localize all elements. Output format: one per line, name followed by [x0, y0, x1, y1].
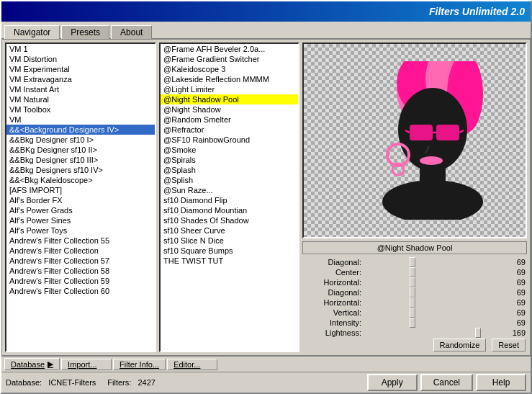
param-slider-2[interactable] [364, 278, 501, 287]
filter-item[interactable]: @SF10 RainbowGround [161, 135, 298, 145]
list-item[interactable]: &&Bkg Designers sf10 IV> [6, 165, 155, 175]
list-item[interactable]: Andrew's Filter Collection 55 [6, 236, 155, 246]
filters-status: Filters: 2427 [107, 378, 155, 387]
param-label-1: Center: [304, 268, 361, 277]
param-slider-5[interactable] [364, 308, 501, 317]
filter-item[interactable]: @Sun Raze... [161, 185, 298, 195]
list-item[interactable]: VM Natural [6, 94, 155, 104]
list-item[interactable]: VM 1 [6, 44, 155, 54]
param-label-6: Intensity: [304, 318, 361, 327]
tab-presets[interactable]: Presets [61, 25, 109, 39]
param-row-1: Center: 69 [302, 267, 527, 277]
param-slider-0[interactable] [364, 258, 501, 267]
list-item[interactable]: &&Bkg Designer sf10 I> [6, 135, 155, 145]
filter-item[interactable]: @Kaleidoscope 3 [161, 64, 298, 74]
preview-image [304, 44, 526, 237]
filter-item[interactable]: @Spirals [161, 155, 298, 165]
filter-item[interactable]: @Splish [161, 175, 298, 185]
filter-item[interactable]: THE TWIST TUT [161, 256, 298, 266]
list-item[interactable]: VM Extravaganza [6, 74, 155, 84]
list-item[interactable]: &&<Bkg Kaleidoscope> [6, 175, 155, 185]
list-item[interactable]: VM Toolbox [6, 104, 155, 115]
list-item[interactable]: VM Instant Art [6, 84, 155, 94]
list-item[interactable]: VM [6, 115, 155, 125]
list-item[interactable]: Andrew's Filter Collection 60 [6, 286, 155, 296]
list-item[interactable]: Alf's Border FX [6, 195, 155, 205]
main-window: Filters Unlimited 2.0 Navigator Presets … [0, 0, 532, 394]
filter-item[interactable]: sf10 Sheer Curve [161, 225, 298, 236]
filter-item[interactable]: sf10 Shades Of Shadow [161, 215, 298, 225]
list-item[interactable]: VM Experimental [6, 64, 155, 74]
list-item-selected[interactable]: &&<Background Designers IV> [6, 125, 155, 135]
filter-item[interactable]: @Lakeside Reflection MMMM [161, 74, 298, 84]
import-button[interactable]: Import... [61, 359, 112, 370]
svg-point-14 [420, 156, 443, 165]
apply-button[interactable]: Apply [367, 374, 418, 391]
database-status: Database: ICNET-Filters [6, 378, 96, 387]
filter-item[interactable]: @Smoke [161, 145, 298, 155]
filter-item[interactable]: sf10 Diamond Flip [161, 195, 298, 205]
filter-item[interactable]: @Frame Gradient Switcher [161, 54, 298, 64]
help-button[interactable]: Help [476, 374, 526, 391]
svg-point-6 [382, 180, 483, 220]
filter-item[interactable]: @Night Shadow [161, 104, 298, 115]
filter-item[interactable]: @Light Limiter [161, 84, 298, 94]
filter-item[interactable]: sf10 Diamond Mountian [161, 205, 298, 215]
database-button[interactable]: Database ▶ [4, 358, 60, 370]
param-label-4: Horizontal: [304, 298, 361, 307]
dropdown-arrow-icon: ▶ [48, 359, 53, 369]
randomize-button[interactable]: Randomize [433, 339, 487, 352]
param-label-5: Vertical: [304, 308, 361, 317]
list-item[interactable]: Alf's Power Toys [6, 225, 155, 236]
list-item[interactable]: &&Bkg Designer sf10 III> [6, 155, 155, 165]
param-value-0: 69 [504, 258, 526, 267]
param-value-3: 69 [504, 288, 526, 297]
list-item[interactable]: Alf's Power Sines [6, 215, 155, 225]
list-item[interactable]: Andrew's Filter Collection [6, 246, 155, 256]
content-area: VM 1 VM Distortion VM Experimental VM Ex… [1, 38, 531, 356]
param-slider-1[interactable] [364, 268, 501, 277]
tab-about[interactable]: About [111, 25, 152, 39]
param-slider-7[interactable] [364, 328, 501, 337]
param-row-7: Lightness: 169 [302, 328, 527, 338]
tab-navigator[interactable]: Navigator [4, 25, 60, 39]
param-slider-4[interactable] [364, 298, 501, 307]
preview-svg [325, 61, 505, 220]
filter-item-selected[interactable]: @Night Shadow Pool [161, 94, 298, 104]
filter-item[interactable]: @Refractor [161, 125, 298, 135]
list-item[interactable]: Andrew's Filter Collection 58 [6, 266, 155, 276]
reset-button[interactable]: Reset [492, 339, 526, 352]
filter-list[interactable]: @Frame AFH Beveler 2.0a... @Frame Gradie… [159, 42, 299, 352]
filter-item[interactable]: @Frame AFH Beveler 2.0a... [161, 44, 298, 54]
database-label: Database: [6, 378, 42, 387]
list-item[interactable]: Andrew's Filter Collection 59 [6, 276, 155, 286]
param-value-1: 69 [504, 268, 526, 277]
list-item[interactable]: [AFS IMPORT] [6, 185, 155, 195]
left-panel: VM 1 VM Distortion VM Experimental VM Ex… [5, 42, 156, 352]
filters-value: 2427 [138, 378, 155, 387]
param-label-7: Lightness: [304, 328, 361, 337]
title-bar: Filters Unlimited 2.0 [1, 1, 531, 22]
param-value-7: 169 [504, 328, 526, 337]
filter-item[interactable]: sf10 Square Bumps [161, 246, 298, 256]
filter-item[interactable]: @Random Smelter [161, 115, 298, 125]
filter-info-button[interactable]: Filter Info... [113, 359, 166, 370]
params-area: Diagonal: 69 Center: 69 Horizontal: 69 D… [302, 257, 527, 352]
svg-rect-8 [436, 125, 459, 140]
svg-rect-7 [410, 125, 433, 140]
filter-item[interactable]: @Splash [161, 165, 298, 175]
category-list[interactable]: VM 1 VM Distortion VM Experimental VM Ex… [5, 42, 156, 352]
param-slider-6[interactable] [364, 318, 501, 327]
cancel-button[interactable]: Cancel [420, 374, 473, 391]
editor-button[interactable]: Editor... [167, 359, 217, 370]
action-buttons: Apply Cancel Help [367, 374, 526, 391]
param-value-2: 69 [504, 278, 526, 287]
list-item[interactable]: Alf's Power Grads [6, 205, 155, 215]
filter-item[interactable]: sf10 Slice N Dice [161, 236, 298, 246]
list-item[interactable]: Andrew's Filter Collection 57 [6, 256, 155, 266]
preview-area [302, 42, 527, 238]
list-item[interactable]: &&BKg Designer sf10 II> [6, 145, 155, 155]
param-slider-3[interactable] [364, 288, 501, 297]
param-value-6: 69 [504, 318, 526, 327]
list-item[interactable]: VM Distortion [6, 54, 155, 64]
